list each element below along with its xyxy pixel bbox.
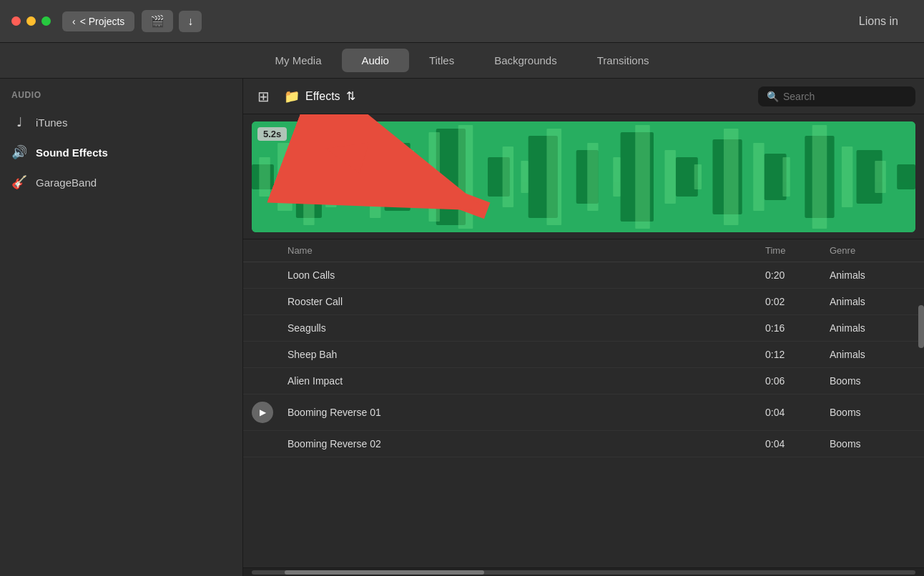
film-icon-button[interactable]: 🎬 bbox=[142, 10, 173, 32]
folder-icon: 📁 bbox=[284, 89, 300, 104]
genre-cell: Animals bbox=[830, 269, 915, 281]
svg-rect-32 bbox=[694, 164, 702, 189]
svg-rect-24 bbox=[458, 125, 473, 229]
nav-tabs: My Media Audio Titles Backgrounds Transi… bbox=[0, 43, 924, 79]
table-row[interactable]: Alien Impact 0:06 Booms bbox=[243, 368, 924, 394]
genre-cell: Animals bbox=[830, 349, 915, 360]
projects-label: < Projects bbox=[80, 16, 125, 27]
folder-selector-button[interactable]: 📁 Effects ⇅ bbox=[284, 89, 355, 104]
svg-rect-17 bbox=[277, 143, 293, 211]
sidebar-item-sound-effects[interactable]: 🔊 Sound Effects bbox=[0, 137, 242, 167]
svg-rect-37 bbox=[842, 147, 852, 207]
tab-titles[interactable]: Titles bbox=[409, 49, 474, 72]
svg-rect-29 bbox=[613, 157, 620, 197]
waveform-area: 5.2s bbox=[243, 114, 924, 239]
waveform-svg bbox=[252, 121, 915, 232]
time-cell: 0:04 bbox=[765, 438, 830, 450]
speaker-icon: 🔊 bbox=[11, 144, 27, 160]
sidebar: AUDIO ♩ iTunes 🔊 Sound Effects 🎸 GarageB… bbox=[0, 79, 243, 576]
vertical-scrollbar-thumb[interactable] bbox=[918, 305, 924, 348]
sidebar-item-label: GarageBand bbox=[36, 177, 97, 189]
maximize-button[interactable] bbox=[41, 16, 51, 26]
col-header-time: Time bbox=[765, 245, 830, 256]
search-input[interactable] bbox=[783, 91, 907, 102]
time-cell: 0:16 bbox=[765, 322, 830, 334]
svg-rect-25 bbox=[503, 147, 513, 207]
svg-rect-34 bbox=[753, 143, 764, 211]
folder-name: Effects bbox=[305, 90, 340, 103]
col-header-genre: Genre bbox=[830, 245, 915, 256]
sidebar-item-label: Sound Effects bbox=[36, 147, 108, 159]
minimize-button[interactable] bbox=[26, 16, 36, 26]
table-row[interactable]: Loon Calls 0:20 Animals bbox=[243, 262, 924, 289]
back-icon: ‹ bbox=[72, 16, 76, 27]
close-button[interactable] bbox=[11, 16, 21, 26]
svg-rect-27 bbox=[546, 129, 561, 225]
bottom-scrollbar-track[interactable] bbox=[252, 570, 915, 575]
time-cell: 0:04 bbox=[765, 407, 830, 418]
tab-transitions[interactable]: Transitions bbox=[577, 49, 669, 72]
main-layout: AUDIO ♩ iTunes 🔊 Sound Effects 🎸 GarageB… bbox=[0, 79, 924, 576]
waveform-time-badge: 5.2s bbox=[257, 127, 287, 141]
name-cell: Seagulls bbox=[287, 322, 765, 334]
table-area[interactable]: Name Time Genre Loon Calls 0:20 Animals … bbox=[243, 239, 924, 457]
table-row[interactable]: Sheep Bah 0:12 Animals bbox=[243, 342, 924, 368]
genre-cell: Booms bbox=[830, 438, 915, 450]
name-cell: Booming Reverse 01 bbox=[287, 407, 765, 418]
grid-view-button[interactable]: ⊞ bbox=[252, 85, 275, 108]
svg-rect-16 bbox=[259, 157, 270, 197]
time-cell: 0:02 bbox=[765, 296, 830, 307]
tab-my-media[interactable]: My Media bbox=[255, 49, 341, 72]
svg-rect-26 bbox=[521, 161, 528, 193]
col-header-name: Name bbox=[287, 245, 765, 256]
sidebar-item-itunes[interactable]: ♩ iTunes bbox=[0, 107, 242, 137]
tab-audio[interactable]: Audio bbox=[342, 49, 409, 72]
chevron-up-down-icon: ⇅ bbox=[346, 89, 355, 103]
window-title: Lions in bbox=[859, 15, 913, 28]
svg-rect-22 bbox=[399, 150, 414, 204]
traffic-lights bbox=[11, 16, 51, 26]
bottom-scrollbar-thumb[interactable] bbox=[285, 570, 483, 575]
svg-rect-38 bbox=[875, 161, 885, 193]
svg-rect-30 bbox=[635, 125, 650, 229]
svg-rect-23 bbox=[428, 132, 439, 222]
sidebar-item-label: iTunes bbox=[36, 116, 67, 129]
music-icon: ♩ bbox=[11, 114, 27, 130]
svg-rect-19 bbox=[325, 147, 336, 207]
svg-rect-36 bbox=[812, 125, 827, 229]
titlebar: ‹ < Projects 🎬 ↓ Lions in bbox=[0, 0, 924, 43]
guitar-icon: 🎸 bbox=[11, 174, 27, 190]
table-wrapper: Name Time Genre Loon Calls 0:20 Animals … bbox=[243, 239, 924, 567]
genre-cell: Animals bbox=[830, 296, 915, 307]
table-rows-container: Loon Calls 0:20 Animals Rooster Call 0:0… bbox=[243, 262, 924, 457]
col-header-play bbox=[252, 245, 287, 256]
search-icon: 🔍 bbox=[767, 91, 779, 102]
download-icon-button[interactable]: ↓ bbox=[179, 11, 202, 32]
genre-cell: Booms bbox=[830, 375, 915, 387]
play-cell[interactable]: ▶ bbox=[252, 402, 287, 423]
svg-rect-33 bbox=[724, 129, 739, 225]
play-button[interactable]: ▶ bbox=[252, 402, 273, 423]
svg-rect-15 bbox=[897, 164, 915, 189]
tab-backgrounds[interactable]: Backgrounds bbox=[474, 49, 577, 72]
table-row[interactable]: Seagulls 0:16 Animals bbox=[243, 315, 924, 342]
genre-cell: Booms bbox=[830, 407, 915, 418]
svg-rect-21 bbox=[370, 136, 380, 218]
table-row[interactable]: Booming Reverse 02 0:04 Booms bbox=[243, 431, 924, 457]
name-cell: Loon Calls bbox=[287, 269, 765, 281]
time-cell: 0:20 bbox=[765, 269, 830, 281]
projects-button[interactable]: ‹ < Projects bbox=[62, 11, 134, 31]
table-row[interactable]: Rooster Call 0:02 Animals bbox=[243, 289, 924, 315]
table-row[interactable]: ▶ Booming Reverse 01 0:04 Booms bbox=[243, 394, 924, 431]
genre-cell: Animals bbox=[830, 322, 915, 334]
content-area: ⊞ 📁 Effects ⇅ 🔍 5.2s bbox=[243, 79, 924, 576]
time-cell: 0:06 bbox=[765, 375, 830, 387]
name-cell: Sheep Bah bbox=[287, 349, 765, 360]
name-cell: Booming Reverse 02 bbox=[287, 438, 765, 450]
sidebar-item-garageband[interactable]: 🎸 GarageBand bbox=[0, 167, 242, 197]
name-cell: Alien Impact bbox=[287, 375, 765, 387]
svg-rect-18 bbox=[303, 129, 314, 225]
svg-rect-31 bbox=[664, 150, 675, 204]
content-toolbar: ⊞ 📁 Effects ⇅ 🔍 bbox=[243, 79, 924, 114]
search-box: 🔍 bbox=[758, 86, 915, 106]
